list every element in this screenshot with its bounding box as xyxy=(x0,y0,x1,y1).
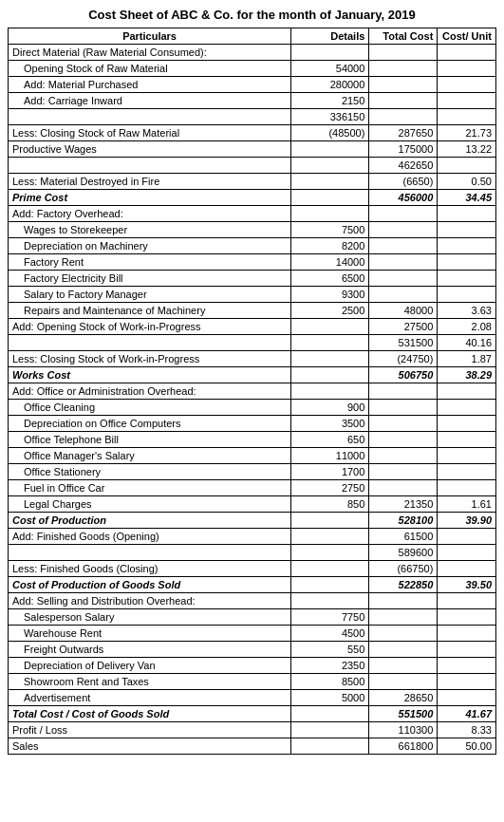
table-row: 589600 xyxy=(9,545,496,561)
details-cell: 9300 xyxy=(291,287,369,303)
table-row: Showroom Rent and Taxes8500 xyxy=(9,674,496,690)
total-cost-cell: 61500 xyxy=(369,529,438,545)
particulars-cell: Prime Cost xyxy=(9,190,291,206)
cost-unit-cell: 21.73 xyxy=(438,125,496,141)
particulars-cell xyxy=(9,545,291,561)
details-cell: 54000 xyxy=(291,61,369,77)
particulars-cell: Office Telephone Bill xyxy=(9,432,291,448)
table-row: Opening Stock of Raw Material54000 xyxy=(9,61,496,77)
total-cost-cell: 551500 xyxy=(369,706,438,722)
details-cell: 8200 xyxy=(291,238,369,254)
particulars-cell xyxy=(9,158,291,174)
table-row: Office Cleaning900 xyxy=(9,400,496,416)
cost-unit-cell xyxy=(438,45,496,61)
table-row: Depreciation on Machinery8200 xyxy=(9,238,496,254)
cost-unit-cell xyxy=(438,658,496,674)
cost-unit-cell: 0.50 xyxy=(438,174,496,190)
cost-unit-cell: 34.45 xyxy=(438,190,496,206)
details-cell: (48500) xyxy=(291,125,369,141)
table-row: Profit / Loss1103008.33 xyxy=(9,722,496,738)
cost-unit-cell xyxy=(438,642,496,658)
total-cost-cell xyxy=(369,609,438,626)
cost-unit-cell xyxy=(438,432,496,448)
cost-unit-cell: 2.08 xyxy=(438,319,496,335)
table-row: Cost of Production52810039.90 xyxy=(9,513,496,529)
table-row: Office Manager's Salary11000 xyxy=(9,448,496,464)
cost-unit-cell: 3.63 xyxy=(438,303,496,319)
total-cost-cell: 531500 xyxy=(369,335,438,351)
total-cost-cell xyxy=(369,45,438,61)
details-cell xyxy=(291,722,369,738)
particulars-cell: Depreciation on Office Computers xyxy=(9,416,291,432)
particulars-cell: Factory Rent xyxy=(9,254,291,271)
cost-unit-cell xyxy=(438,529,496,545)
particulars-cell: Wages to Storekeeper xyxy=(9,222,291,238)
particulars-cell: Add: Office or Administration Overhead: xyxy=(9,383,291,400)
details-cell: 2750 xyxy=(291,480,369,496)
total-cost-cell: 21350 xyxy=(369,496,438,513)
total-cost-cell xyxy=(369,626,438,642)
particulars-cell: Opening Stock of Raw Material xyxy=(9,61,291,77)
table-row: Fuel in Office Car2750 xyxy=(9,480,496,496)
cost-unit-cell: 1.87 xyxy=(438,351,496,367)
table-row: Cost of Production of Goods Sold52285039… xyxy=(9,577,496,593)
table-row: Depreciation of Delivery Van2350 xyxy=(9,658,496,674)
details-cell xyxy=(291,335,369,351)
details-cell xyxy=(291,529,369,545)
details-cell: 8500 xyxy=(291,674,369,690)
table-row: Less: Material Destroyed in Fire(6650)0.… xyxy=(9,174,496,190)
table-row: Direct Material (Raw Material Consumed): xyxy=(9,45,496,61)
details-cell: 3500 xyxy=(291,416,369,432)
particulars-cell: Direct Material (Raw Material Consumed): xyxy=(9,45,291,61)
details-cell xyxy=(291,367,369,383)
cost-unit-cell xyxy=(438,77,496,93)
cost-unit-cell xyxy=(438,561,496,577)
total-cost-cell xyxy=(369,400,438,416)
total-cost-cell xyxy=(369,238,438,254)
cost-unit-cell xyxy=(438,93,496,109)
details-cell: 280000 xyxy=(291,77,369,93)
cost-unit-cell xyxy=(438,464,496,480)
details-cell: 14000 xyxy=(291,254,369,271)
particulars-cell: Salesperson Salary xyxy=(9,609,291,626)
cost-unit-cell: 38.29 xyxy=(438,367,496,383)
particulars-cell: Productive Wages xyxy=(9,141,291,158)
cost-unit-cell xyxy=(438,287,496,303)
particulars-cell: Add: Material Purchased xyxy=(9,77,291,93)
table-row: Repairs and Maintenance of Machinery2500… xyxy=(9,303,496,319)
particulars-cell: Sales xyxy=(9,738,291,755)
details-cell xyxy=(291,45,369,61)
details-cell xyxy=(291,383,369,400)
total-cost-cell xyxy=(369,222,438,238)
particulars-cell: Office Stationery xyxy=(9,464,291,480)
details-cell xyxy=(291,351,369,367)
table-row: Less: Closing Stock of Work-in-Progress(… xyxy=(9,351,496,367)
particulars-cell: Legal Charges xyxy=(9,496,291,513)
total-cost-cell: 28650 xyxy=(369,690,438,706)
table-row: Office Stationery1700 xyxy=(9,464,496,480)
cost-unit-cell xyxy=(438,400,496,416)
particulars-cell: Cost of Production of Goods Sold xyxy=(9,577,291,593)
total-cost-cell xyxy=(369,206,438,222)
details-cell: 850 xyxy=(291,496,369,513)
particulars-cell: Add: Carriage Inward xyxy=(9,93,291,109)
table-row: 336150 xyxy=(9,109,496,125)
table-row: Prime Cost45600034.45 xyxy=(9,190,496,206)
details-cell xyxy=(291,319,369,335)
particulars-cell: Less: Finished Goods (Closing) xyxy=(9,561,291,577)
total-cost-cell xyxy=(369,674,438,690)
particulars-cell: Fuel in Office Car xyxy=(9,480,291,496)
cost-sheet-table: Particulars Details Total Cost Cost/ Uni… xyxy=(8,28,496,755)
table-row: Advertisement500028650 xyxy=(9,690,496,706)
details-cell: 2350 xyxy=(291,658,369,674)
total-cost-cell xyxy=(369,287,438,303)
cost-unit-cell xyxy=(438,593,496,609)
cost-unit-cell: 39.50 xyxy=(438,577,496,593)
details-cell xyxy=(291,174,369,190)
details-cell: 11000 xyxy=(291,448,369,464)
details-cell xyxy=(291,577,369,593)
cost-unit-cell xyxy=(438,206,496,222)
details-cell: 6500 xyxy=(291,271,369,287)
details-cell: 1700 xyxy=(291,464,369,480)
cost-unit-cell: 1.61 xyxy=(438,496,496,513)
